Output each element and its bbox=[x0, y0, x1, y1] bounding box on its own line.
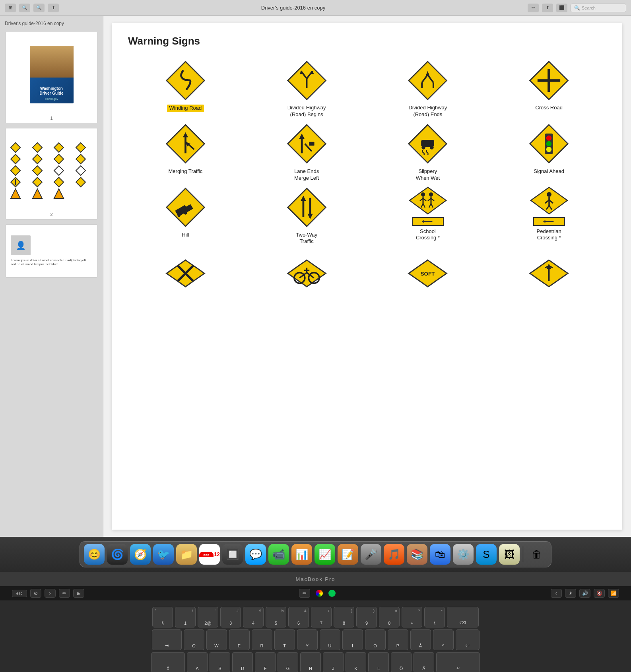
sign-hill: Hill bbox=[128, 186, 243, 245]
key-4[interactable]: €4 bbox=[243, 607, 264, 627]
thumb1-page-num: 1 bbox=[8, 116, 95, 120]
tb-pencil-icon[interactable]: ✏ bbox=[299, 589, 310, 598]
dock-icon-keynote[interactable]: 📊 bbox=[291, 544, 312, 565]
key-a[interactable]: A bbox=[187, 652, 208, 672]
dock-icon-calendar[interactable]: ▸▸▸12 bbox=[199, 544, 220, 565]
search-placeholder: Search bbox=[582, 6, 596, 10]
key-k[interactable]: K bbox=[346, 652, 366, 672]
key-plus[interactable]: ?+ bbox=[402, 607, 422, 627]
dock-icon-safari[interactable]: 🧭 bbox=[130, 544, 151, 565]
dock-icon-skype[interactable]: S bbox=[476, 544, 497, 565]
key-1[interactable]: !1 bbox=[175, 607, 196, 627]
key-s[interactable]: S bbox=[210, 652, 230, 672]
tb-esc-key[interactable]: esc bbox=[12, 590, 27, 597]
key-f[interactable]: F bbox=[255, 652, 276, 672]
key-6[interactable]: &6 bbox=[288, 607, 309, 627]
tb-green-dot[interactable] bbox=[328, 590, 336, 597]
key-u[interactable]: U bbox=[320, 629, 340, 650]
dock-icon-messages[interactable]: 💬 bbox=[245, 544, 266, 565]
key-8[interactable]: (8 bbox=[334, 607, 354, 627]
tb-rainbow-dot[interactable] bbox=[316, 590, 323, 597]
dock-icon-prefs[interactable]: ⚙️ bbox=[453, 544, 474, 565]
dock-icon-pages[interactable]: 📝 bbox=[338, 544, 358, 565]
tb-arrow-icon[interactable]: › bbox=[45, 589, 56, 598]
tb-grid-icon[interactable]: ⊞ bbox=[73, 589, 84, 598]
key-oe[interactable]: Ö bbox=[391, 652, 412, 672]
key-o[interactable]: O bbox=[365, 629, 386, 650]
dock-icon-facetime[interactable]: 📹 bbox=[268, 544, 289, 565]
tb-brightness-icon[interactable]: ☀ bbox=[565, 589, 576, 598]
dock-icon-numbers[interactable]: 📈 bbox=[315, 544, 335, 565]
kb-row-0: °§ !1 "2@ #3 €4 %5 &6 /7 (8 )9 =0 ?+ *\ … bbox=[10, 607, 621, 627]
key-return-main[interactable]: ⏎ bbox=[456, 629, 480, 650]
topbar-right: ✏ ⬆ ⬛ 🔍 Search bbox=[528, 4, 626, 12]
svg-marker-18 bbox=[33, 189, 42, 198]
key-j[interactable]: J bbox=[323, 652, 344, 672]
share-btn[interactable]: ⬆ bbox=[48, 4, 59, 12]
key-delete[interactable]: ⌫ bbox=[447, 607, 479, 627]
key-q[interactable]: Q bbox=[184, 629, 204, 650]
dock-icon-trash[interactable]: 🗑 bbox=[526, 544, 547, 565]
dock-icon-books[interactable]: 📚 bbox=[407, 544, 427, 565]
kb-row-2: ⇪ A S D F G H J K L Ö Ä ↵ bbox=[10, 652, 621, 672]
key-g[interactable]: G bbox=[278, 652, 298, 672]
key-capslock[interactable]: ⇪ bbox=[151, 652, 185, 672]
svg-marker-27 bbox=[409, 61, 447, 99]
pen-btn[interactable]: ✏ bbox=[528, 4, 539, 12]
tb-pen-icon[interactable]: ✏ bbox=[59, 589, 70, 598]
key-t[interactable]: T bbox=[274, 629, 295, 650]
share2-btn[interactable]: ⬆ bbox=[542, 4, 553, 12]
key-2[interactable]: "2@ bbox=[198, 607, 218, 627]
sidebar-title: Driver's guide-2016 en copy bbox=[0, 19, 103, 29]
key-w[interactable]: W bbox=[206, 629, 227, 650]
dock-icon-mail[interactable]: 🐦 bbox=[153, 544, 174, 565]
signal-ahead-label: Signal Ahead bbox=[534, 168, 564, 175]
tb-action-icon[interactable]: ⊙ bbox=[30, 589, 41, 598]
dock-icon-notes[interactable]: 🔲 bbox=[222, 544, 243, 565]
key-enter[interactable]: ↵ bbox=[436, 652, 480, 672]
key-d[interactable]: D bbox=[232, 652, 253, 672]
key-y[interactable]: Y bbox=[297, 629, 318, 650]
key-r[interactable]: R bbox=[252, 629, 272, 650]
thumb1-image: WashingtonDriver Guide dol.wb.gov bbox=[8, 35, 95, 114]
key-tab[interactable]: ⇥ bbox=[152, 629, 182, 650]
sidebar-toggle-btn[interactable]: ⊞ bbox=[5, 4, 16, 12]
sidebar: Driver's guide-2016 en copy WashingtonDr… bbox=[0, 16, 103, 537]
key-7[interactable]: /7 bbox=[311, 607, 332, 627]
sidebar-thumb-3[interactable]: 👤 Lorem ipsum dolor sit amet consectetur… bbox=[6, 224, 97, 278]
dock-icon-music[interactable]: 🎵 bbox=[384, 544, 404, 565]
key-section[interactable]: °§ bbox=[152, 607, 173, 627]
key-5[interactable]: %5 bbox=[266, 607, 286, 627]
key-aa[interactable]: Å bbox=[410, 629, 431, 650]
tb-wifi-icon[interactable]: 📶 bbox=[608, 589, 619, 598]
key-9[interactable]: )9 bbox=[356, 607, 377, 627]
tb-mute-icon[interactable]: 🔇 bbox=[594, 589, 605, 598]
dock-icon-folder[interactable]: 📁 bbox=[176, 544, 197, 565]
key-0[interactable]: =0 bbox=[379, 607, 400, 627]
key-p[interactable]: P bbox=[388, 629, 408, 650]
svg-marker-9 bbox=[33, 166, 42, 175]
key-e[interactable]: E bbox=[229, 629, 250, 650]
sidebar-thumb-2[interactable]: 2 bbox=[6, 128, 97, 219]
search-bar[interactable]: 🔍 Search bbox=[571, 4, 626, 12]
dock-icon-finder[interactable]: 😊 bbox=[84, 544, 105, 565]
dock-icon-keynote2[interactable]: 🎤 bbox=[361, 544, 381, 565]
key-caret[interactable]: ^ bbox=[433, 629, 454, 650]
key-h[interactable]: H bbox=[300, 652, 321, 672]
svg-point-52 bbox=[546, 136, 551, 141]
sidebar-thumb-1[interactable]: WashingtonDriver Guide dol.wb.gov 1 bbox=[6, 32, 97, 123]
dock-icon-preview[interactable]: 🖼 bbox=[499, 544, 520, 565]
key-backtick[interactable]: *\ bbox=[424, 607, 445, 627]
key-ae[interactable]: Ä bbox=[414, 652, 434, 672]
dock-icon-siri[interactable]: 🌀 bbox=[107, 544, 128, 565]
key-i[interactable]: I bbox=[342, 629, 363, 650]
zoom-in-btn[interactable]: 🔍 bbox=[33, 4, 45, 12]
tb-volume-icon[interactable]: 🔊 bbox=[579, 589, 590, 598]
key-l[interactable]: L bbox=[368, 652, 389, 672]
airplay-btn[interactable]: ⬛ bbox=[556, 4, 567, 12]
dock-icon-appstore[interactable]: 🛍 bbox=[430, 544, 450, 565]
merging-traffic-label: Merging Traffic bbox=[169, 168, 203, 175]
tb-chevron-left-icon[interactable]: ‹ bbox=[551, 589, 562, 598]
key-3[interactable]: #3 bbox=[220, 607, 241, 627]
zoom-out-btn[interactable]: 🔍 bbox=[19, 4, 30, 12]
